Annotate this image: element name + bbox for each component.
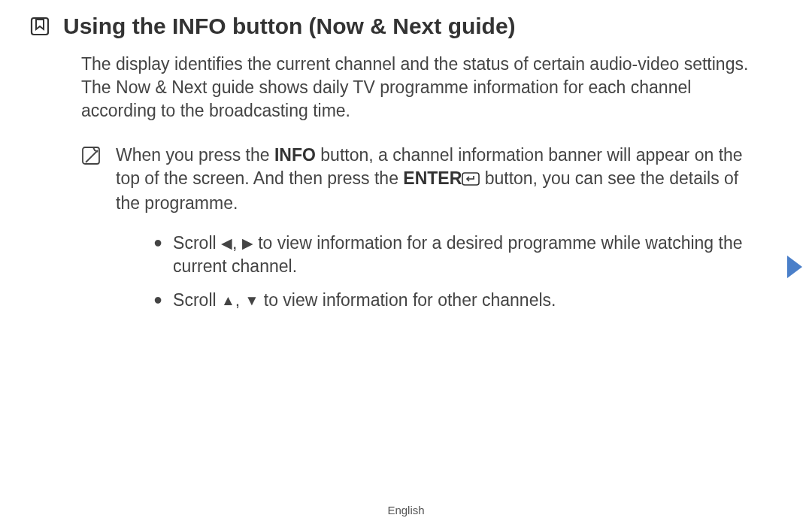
note-text: When you press the INFO button, a channe… [116,144,759,215]
note-block: When you press the INFO button, a channe… [81,144,759,215]
b2-pre: Scroll [173,290,221,310]
intro-p1: The display identifies the current chann… [81,53,767,76]
enter-return-icon [462,168,480,192]
intro-paragraphs: The display identifies the current chann… [81,53,767,123]
right-arrow-icon: ▶ [242,235,253,251]
b2-sep: , [235,290,245,310]
next-page-button[interactable] [783,252,806,282]
next-triangle-icon [787,256,802,278]
b1-sep: , [232,233,242,253]
page-title: Using the INFO button (Now & Next guide) [63,14,516,39]
heading-row: Using the INFO button (Now & Next guide) [30,14,782,39]
up-arrow-icon: ▲ [221,292,235,308]
bullet-2-text: Scroll ▲, ▼ to view information for othe… [173,289,556,312]
svg-rect-1 [83,147,99,164]
bullet-dot-icon: ● [153,289,162,310]
b1-pre: Scroll [173,233,221,253]
note-bold-enter: ENTER [403,168,462,188]
down-arrow-icon: ▼ [245,292,259,308]
b2-post: to view information for other channels. [259,290,556,310]
left-arrow-icon: ◀ [221,235,232,251]
b1-post: to view information for a desired progra… [173,233,742,276]
bullet-item-2: ● Scroll ▲, ▼ to view information for ot… [153,289,752,312]
bookmark-icon [30,17,50,36]
note-bold-info: INFO [274,145,316,165]
bullet-item-1: ● Scroll ◀, ▶ to view information for a … [153,232,752,278]
bullet-dot-icon: ● [153,232,162,253]
bullet-1-text: Scroll ◀, ▶ to view information for a de… [173,232,752,278]
intro-p2: The Now & Next guide shows daily TV prog… [81,76,767,123]
bullet-list: ● Scroll ◀, ▶ to view information for a … [153,232,752,312]
footer-language: English [0,504,812,516]
note-pre1: When you press the [116,145,274,165]
note-icon [81,146,101,165]
